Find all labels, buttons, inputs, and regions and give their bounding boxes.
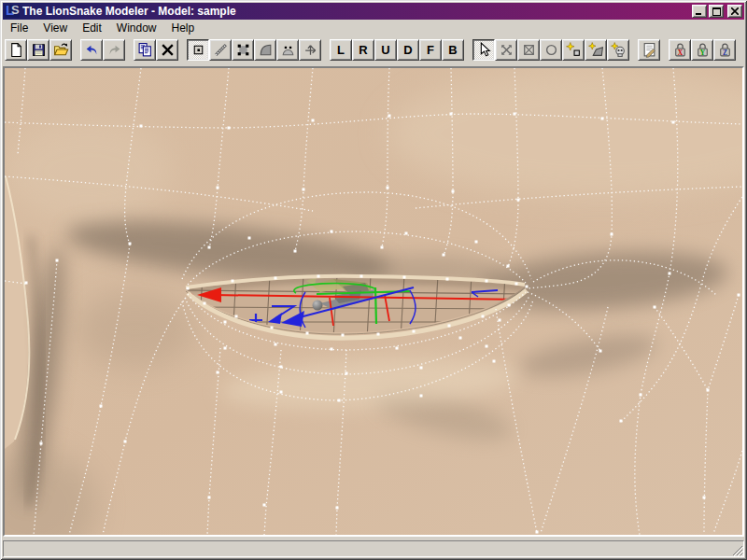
view-left-button-label: L: [337, 44, 345, 56]
toolbar-group-axis-locks: XYZ: [669, 39, 736, 61]
open-button[interactable]: [49, 39, 72, 61]
window-title: The LionSnake Modeler - Model: sample: [22, 5, 690, 18]
view-back-button-label: B: [448, 44, 457, 56]
select-tool-button[interactable]: [472, 39, 495, 61]
add-object-button[interactable]: [607, 39, 629, 61]
maximize-button[interactable]: [709, 5, 724, 18]
maximize-icon: [712, 7, 721, 16]
viewport: [3, 66, 744, 537]
redo-button[interactable]: [103, 39, 125, 61]
toolbar-group-properties: [638, 39, 660, 61]
rotate-tool-icon: [543, 42, 559, 58]
move-tool-icon: [303, 42, 318, 58]
properties-button[interactable]: [638, 39, 660, 61]
toolbar-group-file: [5, 39, 72, 61]
toolbar: LRUDFBXYZ: [3, 36, 744, 66]
toolbar-group-tools: [472, 39, 629, 61]
lock-x-button[interactable]: X: [669, 39, 691, 61]
view-up-button-label: U: [381, 44, 389, 56]
toolbar-group-history: [80, 39, 125, 61]
statusbar: [3, 537, 744, 557]
svg-text:Z: Z: [723, 49, 727, 57]
titlebar: L S The LionSnake Modeler - Model: sampl…: [3, 3, 744, 20]
status-panel: [3, 540, 744, 557]
menu-window[interactable]: Window: [109, 20, 164, 36]
view-right-button-label: R: [359, 44, 367, 56]
svg-text:X: X: [677, 49, 683, 57]
add-vertex-button[interactable]: [562, 39, 585, 61]
minimize-button[interactable]: [692, 5, 707, 18]
save-button[interactable]: [27, 39, 49, 61]
points-mode-icon: [280, 42, 296, 58]
face-mode-icon: [235, 42, 251, 58]
svg-text:Y: Y: [699, 49, 705, 57]
view-down-button[interactable]: D: [397, 39, 419, 61]
close-icon: [731, 7, 739, 15]
axis-y-line: [375, 287, 376, 324]
view-up-button[interactable]: U: [374, 39, 397, 61]
menubar: FileViewEditWindowHelp: [3, 20, 744, 36]
box-x-icon: [521, 42, 537, 58]
close-button[interactable]: [727, 5, 742, 18]
vertex-mode-button[interactable]: [187, 39, 209, 61]
stretch-tool-button[interactable]: [517, 39, 540, 61]
add-face-button[interactable]: [585, 39, 607, 61]
new-file-icon: [8, 42, 24, 58]
lock-z-icon: Z: [717, 42, 733, 58]
add-vertex-icon: [566, 42, 582, 58]
open-icon: [53, 42, 69, 58]
view-front-button[interactable]: F: [419, 39, 442, 61]
lock-x-icon: X: [672, 42, 688, 58]
save-icon: [31, 42, 47, 58]
undo-icon: [84, 42, 100, 58]
add-face-icon: [588, 42, 604, 58]
patch-mode-button[interactable]: [254, 39, 276, 61]
lock-y-button[interactable]: Y: [691, 39, 713, 61]
move-mode-button[interactable]: [299, 39, 321, 61]
app-window: L S The LionSnake Modeler - Model: sampl…: [0, 0, 747, 560]
edge-mode-button[interactable]: [209, 39, 232, 61]
points-mode-button[interactable]: [276, 39, 299, 61]
toolbar-group-views: LRUDFB: [330, 39, 464, 61]
app-icon-letter-s: S: [11, 5, 20, 17]
new-button[interactable]: [5, 39, 27, 61]
patch-mode-icon: [258, 42, 274, 58]
menu-file[interactable]: File: [3, 20, 35, 36]
vertex-mode-icon: [190, 42, 206, 58]
app-icon[interactable]: L S: [5, 5, 20, 18]
undo-button[interactable]: [80, 39, 103, 61]
minimize-icon: [696, 7, 704, 15]
view-front-button-label: F: [427, 44, 434, 56]
delete-button[interactable]: [156, 39, 178, 61]
face-mode-button[interactable]: [232, 39, 254, 61]
menu-edit[interactable]: Edit: [75, 20, 109, 36]
lock-y-icon: Y: [695, 42, 711, 58]
view-down-button-label: D: [403, 44, 412, 56]
view-back-button[interactable]: B: [442, 39, 464, 61]
view-right-button[interactable]: R: [352, 39, 374, 61]
copy-icon: [137, 42, 153, 58]
select-tool-icon: [476, 42, 492, 58]
add-object-icon: [611, 42, 627, 58]
viewport-3d-scene[interactable]: [5, 68, 742, 535]
toolbar-group-modes: [187, 39, 321, 61]
copy-button[interactable]: [134, 39, 156, 61]
rotate-tool-button[interactable]: [540, 39, 562, 61]
scale-tool-icon: [499, 42, 514, 58]
view-left-button[interactable]: L: [330, 39, 352, 61]
properties-icon: [641, 42, 657, 58]
gizmo-sphere: [313, 301, 323, 311]
scale-tool-button[interactable]: [495, 39, 517, 61]
toolbar-group-clipboard: [134, 39, 178, 61]
redo-icon: [106, 42, 122, 58]
edge-mode-icon: [213, 42, 229, 58]
menu-view[interactable]: View: [35, 20, 75, 36]
delete-icon: [160, 42, 176, 58]
lock-z-button[interactable]: Z: [713, 39, 736, 61]
menu-help[interactable]: Help: [164, 20, 203, 36]
resize-grip-icon[interactable]: [731, 544, 743, 556]
